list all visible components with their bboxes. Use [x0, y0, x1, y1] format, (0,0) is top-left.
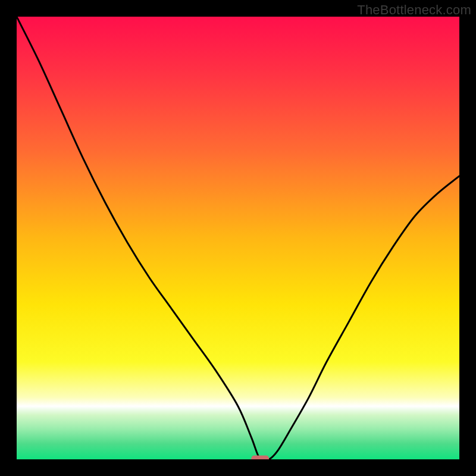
plot-area [17, 17, 459, 459]
watermark-text: TheBottleneck.com [357, 2, 471, 18]
bottleneck-curve-chart [17, 17, 459, 459]
gradient-background [17, 17, 459, 459]
chart-frame: TheBottleneck.com [0, 0, 476, 476]
optimal-marker [251, 456, 269, 459]
